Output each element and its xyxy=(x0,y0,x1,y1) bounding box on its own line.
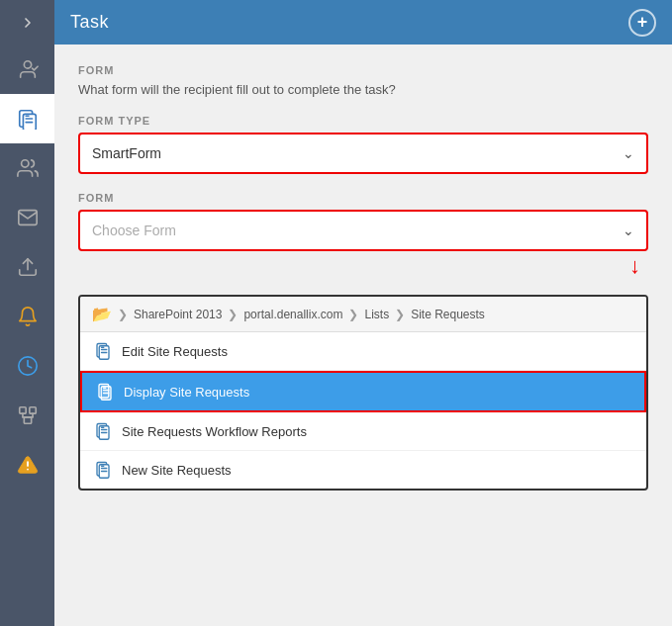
sidebar-item-people[interactable] xyxy=(0,143,54,193)
sidebar-item-mail[interactable] xyxy=(0,193,54,242)
list-item-label-3: New Site Requests xyxy=(122,463,232,478)
breadcrumb-item-0[interactable]: SharePoint 2013 xyxy=(134,308,222,321)
list-item-label-2: Site Requests Workflow Reports xyxy=(122,424,307,439)
breadcrumb-sep-1: ❯ xyxy=(228,308,238,321)
list-item-2[interactable]: Site Requests Workflow Reports xyxy=(80,412,646,451)
svg-rect-10 xyxy=(29,407,35,413)
red-down-arrow-icon: ↓ xyxy=(629,255,640,277)
breadcrumb-sep-3: ❯ xyxy=(395,308,405,321)
form-section-description: What form will the recipient fill out to… xyxy=(78,82,648,97)
chevron-down-icon: ⌄ xyxy=(623,145,634,161)
form-section-label: FORM xyxy=(78,64,648,76)
doc-icon-1 xyxy=(96,383,114,401)
sidebar-item-user-check[interactable] xyxy=(0,45,54,94)
sidebar-item-upload[interactable] xyxy=(0,242,54,292)
list-item-1[interactable]: Display Site Requests xyxy=(80,371,646,412)
content-area: FORM What form will the recipient fill o… xyxy=(54,45,672,626)
doc-icon-0 xyxy=(94,342,112,360)
form-type-dropdown[interactable]: SmartForm ⌄ xyxy=(78,133,648,174)
form-type-group: FORM TYPE SmartForm ⌄ xyxy=(78,115,648,174)
list-item-label-1: Display Site Requests xyxy=(124,385,249,400)
breadcrumb-sep-0: ❯ xyxy=(118,308,128,321)
svg-point-0 xyxy=(24,61,31,68)
main-panel: Task + FORM What form will the recipient… xyxy=(54,0,672,626)
sidebar-item-bell[interactable] xyxy=(0,292,54,341)
form-chooser-dropdown[interactable]: Choose Form ⌄ xyxy=(78,210,648,251)
sidebar-toggle[interactable] xyxy=(0,0,54,45)
task-header: Task + xyxy=(54,0,672,45)
breadcrumb-item-2[interactable]: Lists xyxy=(364,308,389,321)
form-chooser-group: FORM Choose Form ⌄ ↓ xyxy=(78,192,648,277)
form-chooser-placeholder: Choose Form xyxy=(92,223,176,238)
doc-icon-2 xyxy=(94,422,112,440)
list-item-3[interactable]: New Site Requests xyxy=(80,451,646,489)
chevron-down-icon-2: ⌄ xyxy=(623,223,634,238)
form-chooser-label: FORM xyxy=(78,192,648,204)
sidebar-item-warning[interactable] xyxy=(0,440,54,490)
form-section: FORM What form will the recipient fill o… xyxy=(78,64,648,97)
red-arrow-indicator: ↓ xyxy=(78,255,640,277)
breadcrumb-item-3[interactable]: Site Requests xyxy=(411,308,485,321)
sidebar-item-clock[interactable] xyxy=(0,341,54,391)
list-item-0[interactable]: Edit Site Requests xyxy=(80,332,646,371)
sidebar-item-document-forms[interactable] xyxy=(0,94,54,143)
folder-icon: 📂 xyxy=(92,305,112,323)
svg-rect-11 xyxy=(24,417,31,423)
svg-rect-9 xyxy=(19,407,25,413)
header-title: Task xyxy=(70,12,109,33)
breadcrumb-sep-2: ❯ xyxy=(348,308,358,321)
breadcrumb-row: 📂 ❯ SharePoint 2013 ❯ portal.denallix.co… xyxy=(80,297,646,332)
form-type-value: SmartForm xyxy=(92,145,161,161)
sidebar xyxy=(0,0,54,626)
svg-point-6 xyxy=(21,160,28,167)
breadcrumb-item-1[interactable]: portal.denallix.com xyxy=(243,308,342,321)
dropdown-panel: 📂 ❯ SharePoint 2013 ❯ portal.denallix.co… xyxy=(78,295,648,491)
sidebar-item-split[interactable] xyxy=(0,391,54,440)
list-item-label-0: Edit Site Requests xyxy=(122,344,228,359)
add-button[interactable]: + xyxy=(628,9,656,37)
form-type-label: FORM TYPE xyxy=(78,115,648,127)
doc-icon-3 xyxy=(94,461,112,479)
